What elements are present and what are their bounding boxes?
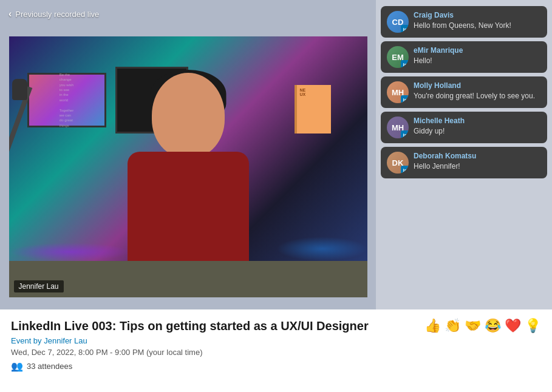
reaction-emoji-4[interactable]: ❤️ xyxy=(505,318,521,334)
linkedin-badge-emir: in xyxy=(401,60,409,68)
avatar-michelle: MH in xyxy=(387,117,409,138)
event-title-row: LinkedIn Live 003: Tips on getting start… xyxy=(11,318,541,334)
mic-head xyxy=(12,79,27,100)
attendees-icon: 👥 xyxy=(11,360,23,372)
top-section: ‹ Previously recorded live Be thechangey… xyxy=(0,0,552,309)
message-text-emir: Hello! xyxy=(414,56,541,66)
reaction-icons-row: 👍👏🤝😂❤️💡 xyxy=(424,318,541,334)
reaction-emoji-1[interactable]: 👏 xyxy=(445,318,461,334)
message-name-michelle: Michelle Heath xyxy=(414,117,541,125)
avatar-emir: EM in xyxy=(387,46,409,68)
led-glow-blue xyxy=(276,237,367,261)
bottom-section: LinkedIn Live 003: Tips on getting start… xyxy=(0,309,552,392)
linkedin-badge-molly: in xyxy=(401,95,409,103)
book-item: NEUX xyxy=(295,85,331,133)
reaction-emoji-3[interactable]: 😂 xyxy=(485,318,501,334)
chat-message-molly: MH in Molly Holland You're doing great! … xyxy=(381,76,547,108)
presenter-name-label: Jennifer Lau xyxy=(14,280,64,292)
reaction-emoji-5[interactable]: 💡 xyxy=(525,318,541,334)
chat-message-craig: CD in Craig Davis Hello from Queens, New… xyxy=(381,6,547,38)
message-content-emir: eMir Manrique Hello! xyxy=(414,46,541,66)
linkedin-badge-michelle: in xyxy=(401,130,409,138)
chat-message-deborah: DK in Deborah Komatsu Hello Jennifer! xyxy=(381,147,547,178)
message-name-molly: Molly Holland xyxy=(414,81,541,90)
head xyxy=(152,73,225,158)
chat-sidebar: CD in Craig Davis Hello from Queens, New… xyxy=(376,0,552,309)
bg-monitor-left: Be thechangeyou wishto seein theworldTog… xyxy=(27,73,106,127)
message-content-deborah: Deborah Komatsu Hello Jennifer! xyxy=(414,152,541,172)
book-text: NEUX xyxy=(297,85,331,100)
attendees-row: 👥 33 attendees xyxy=(11,360,541,372)
back-label: Previously recorded live xyxy=(15,10,99,19)
event-date: Wed, Dec 7, 2022, 8:00 PM - 9:00 PM (you… xyxy=(11,348,541,357)
chat-message-emir: EM in eMir Manrique Hello! xyxy=(381,41,547,73)
attendees-count: 33 attendees xyxy=(27,362,72,371)
reaction-emoji-0[interactable]: 👍 xyxy=(424,318,441,334)
message-content-craig: Craig Davis Hello from Queens, New York! xyxy=(414,11,541,31)
event-host[interactable]: Event by Jennifer Lau xyxy=(11,336,541,345)
video-background: Be thechangeyou wishto seein theworldTog… xyxy=(9,36,367,297)
message-name-emir: eMir Manrique xyxy=(414,46,541,55)
reaction-emoji-2[interactable]: 🤝 xyxy=(465,318,481,334)
avatar-deborah: DK in xyxy=(387,152,409,174)
chat-message-michelle: MH in Michelle Heath Giddy up! xyxy=(381,112,547,143)
bg-monitor-content: Be thechangeyou wishto seein theworldTog… xyxy=(29,75,104,126)
avatar-molly: MH in xyxy=(387,81,409,103)
message-name-craig: Craig Davis xyxy=(414,11,541,19)
message-content-molly: Molly Holland You're doing great! Lovely… xyxy=(414,81,541,101)
event-title: LinkedIn Live 003: Tips on getting start… xyxy=(11,319,369,333)
message-content-michelle: Michelle Heath Giddy up! xyxy=(414,117,541,137)
message-text-deborah: Hello Jennifer! xyxy=(414,161,541,172)
avatar-craig: CD in xyxy=(387,11,409,33)
back-button[interactable]: ‹ Previously recorded live xyxy=(9,8,99,19)
message-text-molly: You're doing great! Lovely to see you. xyxy=(414,91,541,101)
message-text-craig: Hello from Queens, New York! xyxy=(414,21,541,31)
linkedin-badge-craig: in xyxy=(401,25,409,33)
message-name-deborah: Deborah Komatsu xyxy=(414,152,541,160)
video-frame: Be thechangeyou wishto seein theworldTog… xyxy=(9,36,367,297)
message-text-michelle: Giddy up! xyxy=(414,126,541,137)
back-arrow-icon: ‹ xyxy=(9,8,12,19)
linkedin-badge-deborah: in xyxy=(401,166,409,174)
video-area: ‹ Previously recorded live Be thechangey… xyxy=(0,0,376,309)
